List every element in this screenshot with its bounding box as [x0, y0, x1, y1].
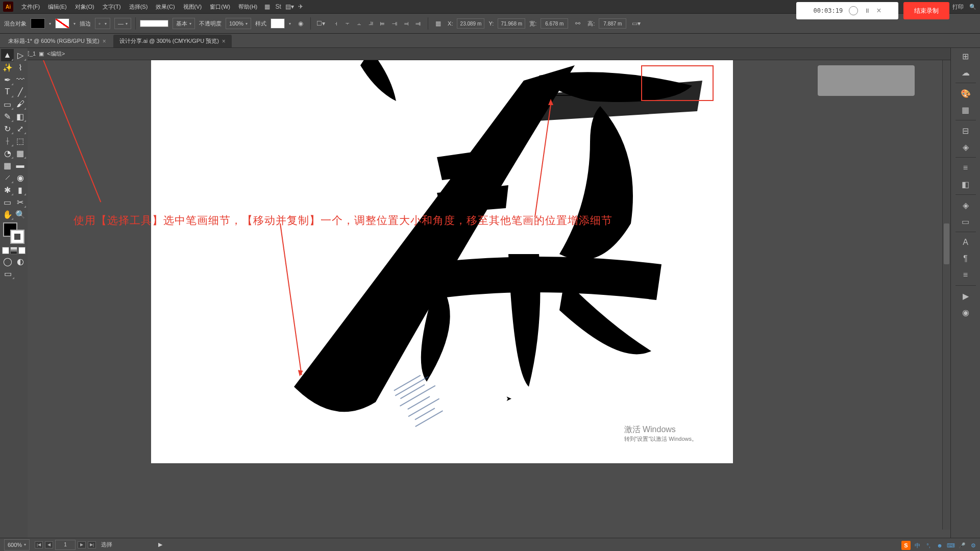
last-artboard[interactable]: ▶| [88, 541, 96, 548]
color-mode-solid[interactable] [2, 247, 9, 254]
distribute-h[interactable]: ⫤ [401, 18, 412, 29]
magic-wand-tool[interactable]: ✨ [1, 61, 14, 73]
artboard[interactable]: ➤ 激活 Windows 转到"设置"以激活 Windows。 [151, 60, 733, 463]
ime-settings-icon[interactable]: ⚙ [969, 541, 978, 550]
first-artboard[interactable]: |◀ [35, 541, 43, 548]
opacity-input[interactable]: 100%▾ [226, 18, 251, 29]
stroke-swatch[interactable] [55, 18, 69, 29]
stock-icon[interactable]: St [273, 1, 284, 12]
align-vcenter[interactable]: ⫢ [377, 18, 388, 29]
graph-tool[interactable]: ▮ [14, 184, 27, 196]
panel-libraries-icon[interactable]: ☁ [960, 66, 972, 79]
rectangle-tool[interactable]: ▭ [1, 98, 14, 110]
y-input[interactable] [498, 18, 525, 29]
panel-symbols-icon[interactable]: ◈ [960, 141, 972, 153]
panel-swatches-icon[interactable]: ▦ [960, 104, 972, 116]
zoom-tool[interactable]: 🔍 [14, 208, 27, 220]
slice-tool[interactable]: ✂ [14, 196, 27, 208]
menu-select[interactable]: 选择(S) [125, 3, 152, 11]
align-left[interactable]: ⫞ [330, 18, 341, 29]
align-hcenter[interactable]: ⫟ [342, 18, 353, 29]
sogou-ime-icon[interactable]: S [901, 541, 911, 550]
link-wh-icon[interactable]: ⚯ [572, 18, 583, 29]
canvas-area[interactable]: ➤ 激活 Windows 转到"设置"以激活 Windows。 使用【选择工具】… [28, 60, 950, 538]
line-tool[interactable]: ╱ [14, 86, 27, 98]
shape-props-icon[interactable]: ▭▾ [630, 18, 642, 29]
brush-tool[interactable]: 🖌 [14, 98, 27, 110]
tab-doc-1[interactable]: 未标题-1* @ 600% (RGB/GPU 预览) × [2, 35, 112, 47]
zoom-level[interactable]: 600%▾ [4, 539, 30, 550]
panel-gradient-icon[interactable]: ◧ [960, 178, 972, 190]
curvature-tool[interactable]: 〰 [14, 73, 27, 86]
recolor-icon[interactable]: ◉ [295, 18, 306, 29]
align-bottom[interactable]: ⫣ [389, 18, 400, 29]
screen-mode[interactable]: ▭ [1, 267, 15, 280]
pause-icon[interactable]: ⏸ [864, 7, 870, 14]
artboard-tool[interactable]: ▭ [1, 196, 14, 208]
perspective-grid-tool[interactable]: ▦ [14, 147, 27, 159]
ime-keyboard-icon[interactable]: ⌨ [946, 541, 955, 550]
variable-width-profile[interactable]: — ▾ [114, 18, 131, 29]
mesh-tool[interactable]: ▦ [1, 159, 14, 171]
h-input[interactable] [599, 18, 626, 29]
menu-file[interactable]: 文件(F) [17, 3, 44, 11]
w-input[interactable] [541, 18, 568, 29]
brush-preview[interactable] [140, 20, 168, 27]
direct-selection-tool[interactable]: ▷ [14, 49, 27, 61]
close-icon[interactable]: × [222, 38, 226, 45]
menu-view[interactable]: 视图(V) [179, 3, 206, 11]
target-icon[interactable]: ▣ [39, 51, 44, 57]
panel-align-icon[interactable]: ≡ [960, 269, 972, 281]
style-swatch[interactable] [271, 18, 285, 29]
draw-mode-normal[interactable]: ◯ [1, 255, 14, 267]
stroke-weight-input[interactable]: ◦ ▾ [95, 18, 110, 29]
x-input[interactable] [457, 18, 484, 29]
free-transform-tool[interactable]: ⬚ [14, 135, 27, 147]
eraser-tool[interactable]: ◧ [14, 110, 27, 122]
status-menu-icon[interactable]: ▶ [158, 541, 162, 548]
rotate-tool[interactable]: ↻ [1, 122, 14, 135]
ime-lang[interactable]: 中 [913, 541, 922, 550]
scroll-thumb[interactable] [944, 223, 949, 264]
vertical-scrollbar[interactable] [942, 60, 950, 530]
blend-tool[interactable]: ◉ [14, 171, 27, 184]
shape-builder-tool[interactable]: ◔ [1, 147, 14, 159]
ime-mic-icon[interactable]: 🎤 [958, 541, 967, 550]
group-name[interactable]: <编组> [47, 50, 65, 58]
search-icon[interactable]: 🔍 [969, 3, 977, 11]
type-tool[interactable]: T [1, 86, 14, 98]
selection-tool[interactable]: ▲ [1, 49, 14, 61]
panel-brushes-icon[interactable]: ⊟ [960, 124, 972, 137]
symbol-sprayer-tool[interactable]: ✱ [1, 184, 14, 196]
color-mode-none[interactable] [18, 247, 26, 254]
panel-appearance-icon[interactable]: ◉ [960, 306, 972, 318]
panel-character-icon[interactable]: A [960, 236, 972, 248]
pen-tool[interactable]: ✒ [1, 73, 14, 86]
menu-effect[interactable]: 效果(C) [152, 3, 179, 11]
panel-actions-icon[interactable]: ▶ [960, 290, 972, 302]
arrange-icon[interactable]: ▤▾ [284, 1, 295, 12]
tab-doc-2[interactable]: 设计分享.ai @ 300% (CMYK/GPU 预览) × [113, 35, 232, 47]
artboard-number[interactable] [55, 540, 76, 550]
prev-artboard[interactable]: ◀ [45, 541, 53, 548]
fill-swatch[interactable] [31, 18, 45, 29]
menu-edit[interactable]: 编辑(E) [44, 3, 71, 11]
close-icon[interactable]: × [103, 38, 106, 45]
distribute-v[interactable]: ⫥ [412, 18, 424, 29]
panel-paragraph-icon[interactable]: ¶ [960, 253, 972, 265]
panel-artboards-icon[interactable]: ▭ [960, 215, 972, 228]
bridge-icon[interactable]: ▦ [261, 1, 273, 12]
draw-mode-behind[interactable]: ◐ [14, 255, 27, 267]
menu-help[interactable]: 帮助(H) [234, 3, 261, 11]
menu-type[interactable]: 文字(T) [99, 3, 125, 11]
lasso-tool[interactable]: ⌇ [14, 61, 27, 73]
color-mode-gradient[interactable] [10, 247, 17, 254]
width-tool[interactable]: ⟊ [1, 135, 14, 147]
gradient-tool[interactable]: ▬ [14, 159, 27, 171]
stroke-color[interactable] [10, 230, 24, 244]
align-right[interactable]: ⫠ [354, 18, 365, 29]
panel-color-icon[interactable]: 🎨 [960, 87, 972, 99]
gpu-icon[interactable]: ✈ [295, 1, 306, 12]
ime-emoji-icon[interactable]: ☻ [935, 541, 944, 550]
mic-icon[interactable] [849, 6, 858, 15]
